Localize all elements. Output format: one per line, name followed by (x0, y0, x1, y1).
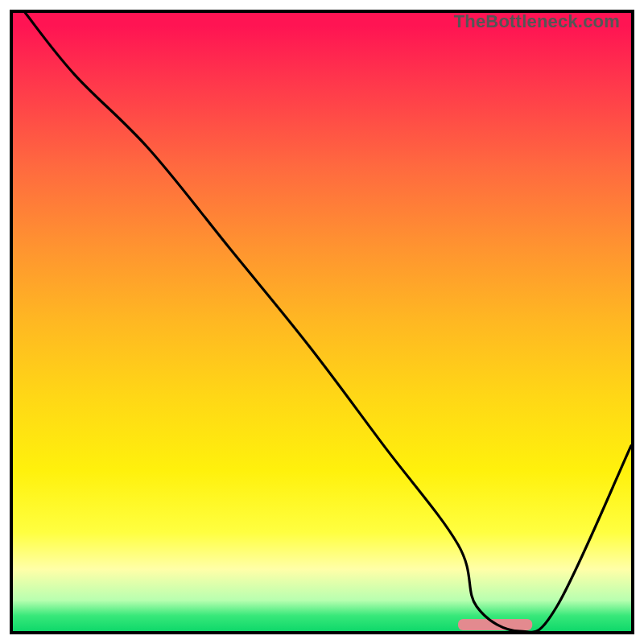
chart-overlay-svg (13, 13, 631, 631)
bottleneck-curve (25, 13, 631, 631)
chart-frame: TheBottleneck.com (10, 10, 634, 634)
watermark-label: TheBottleneck.com (454, 11, 620, 32)
